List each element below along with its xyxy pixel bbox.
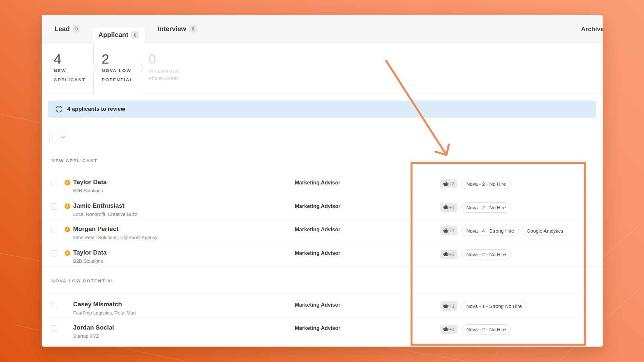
candidate-position: Marketing Advisor	[295, 180, 340, 186]
briefcase-icon	[443, 205, 449, 210]
stage-count: 2	[102, 51, 109, 67]
row-checkbox[interactable]	[51, 180, 57, 186]
archived-button[interactable]: Archived	[578, 24, 603, 34]
pending-clock-icon	[65, 227, 70, 232]
stage-chevron-separator	[140, 43, 144, 94]
stage-summary-row: 4 NEW APPLICANT 2 NOVA LOW POTENTIAL 0 I…	[42, 43, 603, 94]
tab-label: Interview	[158, 25, 186, 33]
experience-count: +3	[449, 252, 454, 257]
desktop: Lead 0 Applicant 6 Interview 0 Archived	[0, 0, 644, 362]
candidate-name: Jordan Social	[73, 324, 114, 331]
pipeline-tab-bar: Lead 0 Applicant 6 Interview 0 Archived	[42, 15, 603, 43]
archived-label: Archived	[581, 26, 603, 33]
tab-applicant[interactable]: Applicant 6	[93, 27, 145, 43]
stage-sublabel: Phone screen	[149, 75, 179, 81]
experience-count: +1	[449, 327, 454, 332]
briefcase-icon	[443, 181, 449, 186]
candidate-company: B2B Solutions	[73, 258, 103, 264]
row-checkbox[interactable]	[51, 227, 57, 233]
tab-count-badge: 0	[73, 25, 81, 32]
experience-count-badge[interactable]: +1	[440, 325, 457, 334]
candidate-name: Taylor Data	[73, 249, 107, 256]
candidate-company: Local Nonprofit, Creative Buzz	[73, 212, 137, 217]
applicant-row[interactable]: Taylor Data B2B Solutions Marketing Advi…	[42, 173, 603, 196]
section-header: NOVA LOW POTENTIAL	[51, 278, 115, 283]
experience-count-badge[interactable]: +1	[440, 301, 457, 311]
select-all-checkbox[interactable]	[52, 134, 58, 140]
stage-label: INTERVIEW	[149, 67, 180, 76]
experience-count: +1	[449, 205, 454, 210]
row-checkbox[interactable]	[51, 250, 57, 257]
briefcase-icon	[443, 304, 449, 308]
candidate-name: Casey Mismatch	[73, 301, 122, 308]
chevron-down-icon	[61, 136, 65, 139]
rating-tag-pill[interactable]: Nova - 4 - Strong Hire	[461, 226, 519, 236]
tab-lead[interactable]: Lead 0	[54, 15, 80, 43]
candidate-position: Marketing Advisor	[295, 227, 340, 233]
tab-label: Applicant	[98, 31, 128, 39]
pending-clock-icon	[65, 203, 70, 209]
stage-count: 0	[149, 51, 156, 67]
experience-count-badge[interactable]: +1	[440, 226, 457, 235]
candidate-company: B2B Solutions	[73, 188, 103, 193]
row-checkbox[interactable]	[51, 325, 57, 332]
experience-count-badge[interactable]: +3	[440, 250, 457, 259]
rating-tag-pill[interactable]: Nova - 1 - Strong No Hire	[461, 301, 527, 311]
stage-chevron-separator	[93, 43, 98, 94]
candidate-position: Marketing Advisor	[295, 302, 340, 308]
rating-tag-pill[interactable]: Nova - 2 - No Hire	[461, 179, 511, 189]
applicants-review-banner[interactable]: 4 applicants to review	[48, 101, 596, 118]
skill-tag-pill[interactable]: Google Analytics	[522, 226, 568, 236]
tab-label: Lead	[54, 25, 70, 33]
select-all-dropdown[interactable]	[49, 131, 68, 143]
banner-text: 4 applicants to review	[67, 106, 125, 112]
tab-count-badge: 6	[131, 31, 139, 39]
pending-clock-icon	[65, 180, 70, 185]
pending-clock-icon	[65, 250, 70, 256]
stage-label: NOVA LOW POTENTIAL	[102, 66, 138, 85]
candidate-name: Morgan Perfect	[73, 225, 118, 233]
experience-count: +1	[449, 228, 454, 233]
candidate-name: Taylor Data	[73, 179, 107, 186]
briefcase-icon	[443, 327, 449, 332]
candidate-name: Jamie Enthusiast	[73, 202, 124, 209]
experience-count-badge[interactable]: +1	[440, 203, 457, 212]
rating-tag-pill[interactable]: Nova - 2 - No Hire	[461, 249, 511, 259]
section-header: NEW APPLICANT	[51, 158, 98, 163]
briefcase-icon	[443, 252, 449, 257]
candidate-company: FastShip Logistics, RetailMart	[73, 310, 136, 315]
candidate-position: Marketing Advisor	[295, 203, 340, 209]
row-checkbox[interactable]	[51, 203, 57, 210]
tab-count-badge: 0	[189, 25, 197, 32]
applicant-row[interactable]: Casey Mismatch FastShip Logistics, Retai…	[42, 294, 603, 318]
briefcase-icon	[443, 228, 449, 233]
candidate-company: Startup XYZ	[73, 333, 99, 339]
experience-count-badge[interactable]: +3	[440, 179, 457, 188]
stage-count: 4	[54, 51, 61, 67]
applicant-row[interactable]: Taylor Data B2B Solutions Marketing Advi…	[42, 243, 603, 267]
experience-count: +1	[449, 303, 454, 309]
ats-pipeline-window: Lead 0 Applicant 6 Interview 0 Archived	[42, 15, 603, 347]
stage-label: NEW APPLICANT	[54, 66, 90, 85]
rating-tag-pill[interactable]: Nova - 2 - No Hire	[461, 202, 511, 213]
experience-count: +3	[449, 181, 454, 186]
candidate-position: Marketing Advisor	[295, 325, 340, 331]
applicant-row[interactable]: Morgan Perfect OmniRetail Solutions, Dig…	[42, 219, 603, 243]
info-icon	[55, 105, 63, 113]
applicant-row[interactable]: Jamie Enthusiast Local Nonprofit, Creati…	[42, 196, 603, 219]
candidate-company: OmniRetail Solutions, DigiBoost Agency	[73, 235, 157, 240]
applicant-row[interactable]: Jordan Social Startup XYZ Marketing Advi…	[42, 318, 603, 342]
candidate-position: Marketing Advisor	[295, 250, 340, 256]
row-checkbox[interactable]	[51, 302, 57, 308]
tab-interview[interactable]: Interview 0	[158, 15, 197, 43]
rating-tag-pill[interactable]: Nova - 2 - No Hire	[461, 324, 511, 334]
